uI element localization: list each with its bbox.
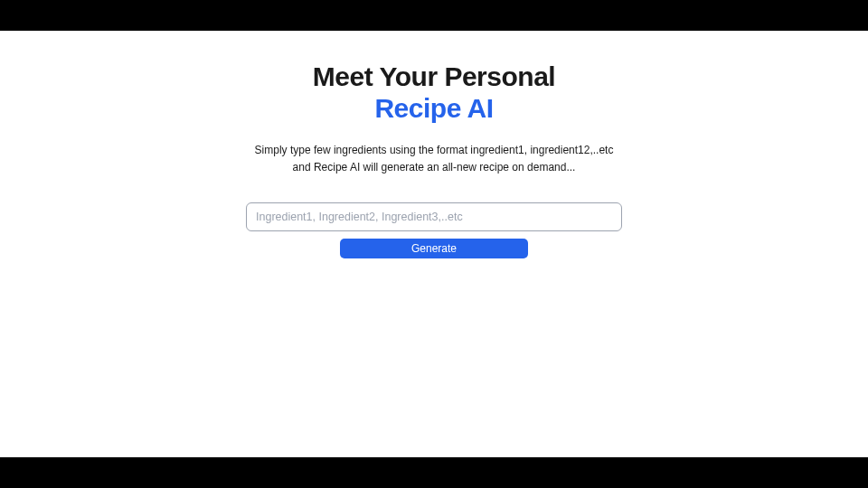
title-line-2: Recipe AI [313,93,555,125]
title-line-1: Meet Your Personal [313,61,555,93]
subtitle: Simply type few ingredients using the fo… [244,142,624,175]
letterbox-bottom [0,457,868,488]
main-content: Meet Your Personal Recipe AI Simply type… [0,31,868,457]
generate-button[interactable]: Generate [340,239,528,258]
letterbox-top [0,0,868,31]
ingredients-form: Generate [246,202,622,258]
ingredients-input[interactable] [246,202,622,231]
page-title: Meet Your Personal Recipe AI [313,61,555,124]
